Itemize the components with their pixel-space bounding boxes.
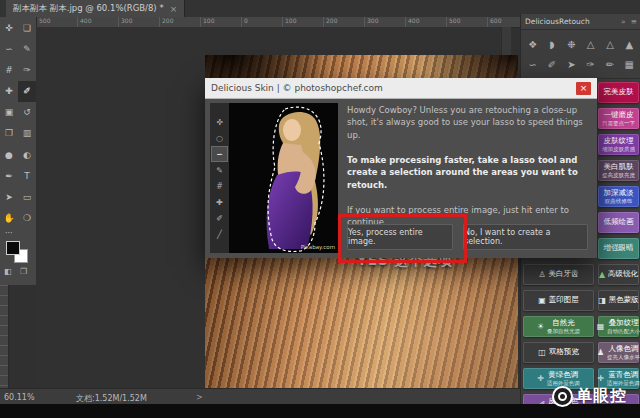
button-label: 自然光 [552,319,575,328]
retouch-panel-button[interactable]: ◨ 黑色蒙版 [598,290,639,311]
retouch-panel-button[interactable]: ▲ 高级锐化 [598,264,639,285]
button-label: 美白牙齿 [549,270,579,279]
panel-cone-icon-1[interactable]: △ [581,34,600,54]
button-sublabel: 双曲线修饰 [605,198,633,204]
tab-close-icon[interactable]: × [170,4,178,14]
panel-lasso-icon[interactable]: ∽ [523,54,542,74]
retouch-panel-button[interactable]: ☀ 自然光 叠加自然光源 [523,316,594,337]
button-icon: ♙ [538,271,545,279]
quick-mask-icon[interactable]: ◧ [4,267,12,276]
path-select-tool-icon[interactable]: ➤ [0,187,18,208]
button-icon: ✛ [597,375,604,383]
pen-tool-icon[interactable]: ✒ [0,165,18,186]
tool-palette: ✜ ❏ ∽ ✎ # ✑ ✚ ✐ ▣ ↺ ❐ ▥ ● ◐ ✒ T [0,17,37,229]
foreground-color-swatch[interactable] [6,241,20,255]
mini-lasso-tool-icon: ∽ [212,147,227,161]
retouch-panel-button[interactable]: ◫ 双格预览 [523,342,594,363]
button-label: 增强眼睛 [604,244,634,253]
document-tab[interactable]: 副本副本 副本.jpg @ 60.1%(RGB/8) * × [6,0,185,17]
quick-select-tool-icon[interactable]: ✎ [18,38,36,59]
ruler-tick: 0 [241,17,282,27]
dialog-close-icon[interactable]: × [576,82,591,95]
ruler-tick: 100 [282,17,323,27]
panel-brush-icon[interactable]: ✐ [542,54,561,74]
ruler-tick: 600 [487,17,520,27]
panel-title: DeliciousRetouch [525,17,590,26]
button-sublabel: 提高皮肤亮度 [602,172,635,178]
more-tools-icon[interactable]: ··· [5,229,13,238]
eyedropper-tool-icon[interactable]: ✑ [18,59,36,80]
panel-sparkle-icon[interactable]: ❉ [562,34,581,54]
status-options-arrow-icon[interactable]: > [196,393,203,402]
button-label: 黄绿色调 [548,371,578,380]
brush-tool-icon[interactable]: ✐ [18,81,36,102]
button-icon: ☀ [537,323,544,331]
type-tool-icon[interactable]: T [18,165,36,186]
panel-eyedropper-icon[interactable]: ✑ [581,54,600,74]
button-label: 高级锐化 [608,270,638,279]
preview-model-figure [229,103,338,253]
retouch-panel-button[interactable]: 加深减淡 双曲线修饰 [598,186,639,207]
watermark-camera-icon [552,386,573,407]
panel-menu-icon[interactable]: ≡ [631,17,637,26]
ruler-tick: 100 [200,17,241,27]
retouch-panel-button[interactable]: ♟ 人像色调 提亮人像水平 [598,342,639,363]
retouch-panel-button[interactable]: 美白肌肤 提高皮肤亮度 [598,160,639,181]
ruler-tick: 400 [405,17,446,27]
ruler-tick: 500 [36,17,77,27]
retouch-panel-button[interactable]: 完美皮肤 [598,82,639,103]
shape-tool-icon[interactable]: ▭ [18,187,36,208]
panel-cone-icon-2[interactable]: △ [600,34,619,54]
button-sublabel: 自动匹配大小 [607,328,640,334]
button-sublabel: 提亮人像水平 [607,354,640,360]
dialog-title: Delicious Skin | © photoshopchef.com [211,83,383,93]
panel-texture-icon[interactable]: ▦ [620,54,639,74]
screen-mode-icon[interactable]: ❐ [20,267,27,276]
clone-stamp-tool-icon[interactable]: ▣ [0,102,18,123]
dialog-paragraph-1: Howdy Cowboy? Unless you are retouching … [347,104,589,141]
tool-palette-footer: ··· ◧ ❐ [0,229,37,285]
marquee-tool-icon[interactable]: ❏ [18,17,36,38]
mini-move-tool-icon: ✜ [212,115,227,129]
retouch-panel-button[interactable]: ♙ 美白牙齿 [523,264,594,285]
no-create-selection-button[interactable]: No, I want to create a selection. [463,224,588,250]
retouch-panel-button[interactable]: 皮肤纹理 增加皮肤质感 [598,134,639,155]
retouch-panel-button[interactable]: ▦ 叠加纹理 自动匹配大小 [598,316,639,337]
ruler-tick: 400 [77,17,118,27]
mini-quickselect-tool-icon: ✎ [212,163,227,177]
history-brush-tool-icon[interactable]: ↺ [18,102,36,123]
panel-gradient-icon[interactable]: ◗ [542,34,561,54]
button-label: 盖印图层 [549,296,579,305]
dodge-tool-icon[interactable]: ◐ [18,144,36,165]
panel-pencil-icon[interactable]: ✏ [600,54,619,74]
delicious-skin-dialog: Delicious Skin | © photoshopchef.com × ✜… [205,78,597,258]
vertical-ruler [0,285,9,388]
crop-tool-icon[interactable]: # [0,59,18,80]
panel-selection-icon[interactable]: ❖ [523,34,542,54]
button-sublabel: 只需要点一下 [602,120,635,126]
hand-tool-icon[interactable]: ✋ [0,208,18,229]
retouch-panel-button[interactable]: ▣ 盖印图层 [523,290,594,311]
ruler-tick: 200 [159,17,200,27]
lasso-tool-icon[interactable]: ∽ [0,38,18,59]
gradient-tool-icon[interactable]: ▥ [18,123,36,144]
dialog-preview-image: ✜ ○ ∽ ✎ # ✚ ✐ ╱ [210,103,338,253]
panel-collapse-icon[interactable]: » [621,17,626,26]
photoshop-window: 副本副本 副本.jpg @ 60.1%(RGB/8) * × 500400300… [0,0,640,418]
dialog-title-bar[interactable]: Delicious Skin | © photoshopchef.com × [205,78,597,99]
zoom-tool-icon[interactable]: ❍ [18,208,36,229]
ruler-tick: 300 [118,17,159,27]
ruler-tick: 500 [446,17,487,27]
move-tool-icon[interactable]: ✜ [0,17,18,38]
blur-tool-icon[interactable]: ● [0,144,18,165]
zoom-level[interactable]: 60.11% [4,393,35,402]
button-icon: ◫ [538,349,546,357]
ruler-tick: 200 [323,17,364,27]
retouch-panel-button[interactable]: 一键磨皮 只需要点一下 [598,108,639,129]
retouch-panel-button[interactable]: 增强眼睛 [598,238,639,259]
panel-arrow-icon[interactable]: ➤ [562,54,581,74]
panel-cone-icon-3[interactable]: ▲ [620,34,639,54]
eraser-tool-icon[interactable]: ❐ [0,123,18,144]
retouch-panel-button[interactable]: 低频绘画 [598,212,639,233]
healing-brush-tool-icon[interactable]: ✚ [0,81,18,102]
